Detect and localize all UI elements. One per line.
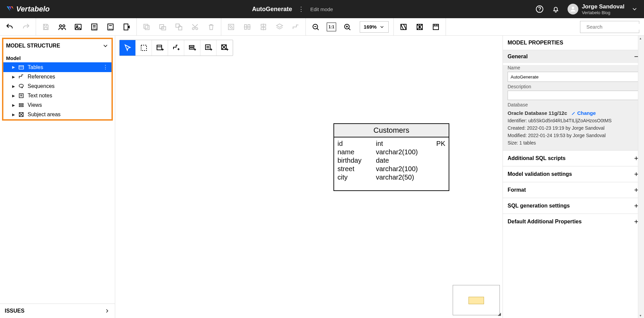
erd-column-row: cityvarchar2(50) xyxy=(337,173,445,182)
tree-item-subject-areas[interactable]: ▶ Subject areas xyxy=(3,110,111,119)
section-format[interactable]: Format xyxy=(503,182,644,198)
reference-icon xyxy=(18,74,24,80)
add-area-tool[interactable] xyxy=(217,40,233,56)
paste-button[interactable] xyxy=(158,22,168,32)
marquee-tool[interactable] xyxy=(136,40,152,56)
caret-right-icon: ▶ xyxy=(12,103,15,107)
svg-rect-62 xyxy=(19,106,23,107)
add-reference-tool[interactable] xyxy=(168,40,184,56)
identifier-line: Identifier: ub5SkGd5rd4RLb4TILljZoAHzosO… xyxy=(508,118,639,123)
properties-panel: MODEL PROPERTIES General Name Descriptio… xyxy=(503,36,644,318)
section-general-title: General xyxy=(508,54,528,60)
svg-marker-2 xyxy=(11,6,13,9)
section-sql-gen[interactable]: SQL generation settings xyxy=(503,198,644,214)
sequence-icon xyxy=(18,83,24,89)
view-mode-1-button[interactable] xyxy=(398,22,409,32)
left-sidebar: MODEL STRUCTURE Model ▶ Tables ⋮ ▶ Refer… xyxy=(0,36,115,318)
avatar-icon xyxy=(568,4,578,14)
view-mode-3-button[interactable] xyxy=(431,22,441,32)
svg-marker-35 xyxy=(277,24,283,27)
section-general-header[interactable]: General xyxy=(503,50,644,63)
model-structure-panel: MODEL STRUCTURE Model ▶ Tables ⋮ ▶ Refer… xyxy=(2,38,113,121)
issues-label: ISSUES xyxy=(5,308,25,314)
view-icon xyxy=(18,102,24,108)
minimap[interactable]: ◢ xyxy=(453,285,500,315)
edit-mode-label: Edit mode xyxy=(310,6,333,12)
user-subtitle: Vertabelo Blog xyxy=(582,10,624,15)
delete-button[interactable] xyxy=(206,22,216,32)
layers-button[interactable] xyxy=(275,22,285,32)
brand-mark-icon xyxy=(6,5,14,13)
add-view-tool[interactable] xyxy=(184,40,200,56)
tree-item-references[interactable]: ▶ References xyxy=(3,72,111,82)
erd-table-customers[interactable]: Customers idintPK namevarchar2(100) birt… xyxy=(333,123,449,191)
svg-point-5 xyxy=(572,7,574,9)
brand-logo[interactable]: Vertabelo xyxy=(6,5,50,13)
tree-item-tables[interactable]: ▶ Tables ⋮ xyxy=(3,62,111,72)
minimap-resize-handle[interactable]: ◢ xyxy=(498,312,501,316)
help-icon[interactable] xyxy=(535,5,544,13)
export-image-button[interactable] xyxy=(73,22,83,32)
notifications-icon[interactable] xyxy=(551,5,560,13)
tree-item-label: Views xyxy=(28,102,42,108)
tree-item-sequences[interactable]: ▶ Sequences xyxy=(3,82,111,91)
share-button[interactable] xyxy=(57,22,67,32)
tree-item-views[interactable]: ▶ Views xyxy=(3,100,111,110)
section-general: General Name Description Database Oracle… xyxy=(503,50,644,150)
resize-button[interactable] xyxy=(226,22,236,32)
user-name: Jorge Sandoval xyxy=(582,3,624,10)
model-root-label: Model xyxy=(3,53,111,62)
caret-right-icon: ▶ xyxy=(12,84,15,89)
import-button[interactable] xyxy=(122,22,132,32)
zoom-level-dropdown[interactable]: 169% xyxy=(360,21,389,33)
zoom-level-value: 169% xyxy=(364,24,377,30)
view-mode-2-button[interactable] xyxy=(415,22,425,32)
model-name-input[interactable] xyxy=(508,72,639,82)
svg-rect-19 xyxy=(144,24,148,28)
svg-text:PDF: PDF xyxy=(93,28,97,30)
model-structure-header[interactable]: MODEL STRUCTURE xyxy=(3,39,111,53)
copy-button[interactable] xyxy=(141,22,152,32)
add-note-tool[interactable] xyxy=(200,40,217,56)
model-description-input[interactable] xyxy=(508,91,639,100)
properties-scrollbar[interactable] xyxy=(638,36,644,318)
issues-panel-toggle[interactable]: ISSUES xyxy=(0,304,115,318)
section-validation[interactable]: Model validation settings xyxy=(503,166,644,182)
align-vertical-button[interactable] xyxy=(258,22,268,32)
pencil-icon xyxy=(571,111,576,116)
zoom-in-button[interactable] xyxy=(342,22,352,32)
svg-rect-6 xyxy=(44,27,47,29)
diagram-canvas[interactable]: Customers idintPK namevarchar2(100) birt… xyxy=(115,36,503,318)
search-box[interactable]: CTRL + F xyxy=(580,21,639,33)
cut-button[interactable] xyxy=(190,22,200,32)
duplicate-button[interactable] xyxy=(174,22,184,32)
redo-button[interactable] xyxy=(21,22,31,32)
section-label: Additional SQL scripts xyxy=(508,155,566,161)
add-table-tool[interactable] xyxy=(152,40,168,56)
align-horizontal-button[interactable] xyxy=(242,22,252,32)
tree-item-label: References xyxy=(28,74,55,80)
connector-button[interactable] xyxy=(291,22,301,32)
tree-item-text-notes[interactable]: ▶ Text notes xyxy=(3,91,111,100)
zoom-out-button[interactable] xyxy=(311,22,321,32)
section-default-props[interactable]: Default Additional Properties xyxy=(503,214,644,229)
save-button[interactable] xyxy=(41,22,51,32)
document-menu-icon[interactable]: ⋮ xyxy=(298,5,304,13)
select-tool[interactable] xyxy=(120,40,136,56)
change-label: Change xyxy=(577,110,596,116)
kebab-icon[interactable]: ⋮ xyxy=(103,64,108,70)
user-menu[interactable]: Jorge Sandoval Vertabelo Blog xyxy=(568,3,638,15)
database-label: Database xyxy=(508,102,639,107)
section-additional-sql[interactable]: Additional SQL scripts xyxy=(503,150,644,166)
zoom-100-button[interactable]: 1:1 xyxy=(327,23,336,31)
caret-right-icon: ▶ xyxy=(12,75,15,79)
undo-button[interactable] xyxy=(5,22,15,32)
minimap-viewport[interactable] xyxy=(469,297,484,304)
svg-rect-71 xyxy=(189,45,194,47)
chevron-right-icon xyxy=(104,308,110,314)
search-input[interactable] xyxy=(586,24,644,30)
export-sql-button[interactable]: SQL xyxy=(105,22,116,32)
export-pdf-button[interactable]: PDF xyxy=(89,22,99,32)
caret-right-icon: ▶ xyxy=(12,94,15,98)
change-database-link[interactable]: Change xyxy=(571,110,596,116)
